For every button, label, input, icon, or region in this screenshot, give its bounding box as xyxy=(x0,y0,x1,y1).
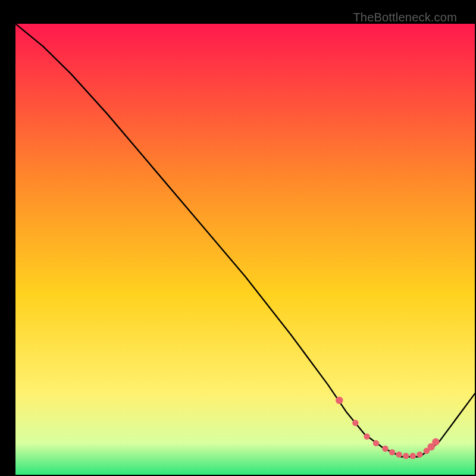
gradient-background xyxy=(15,24,475,475)
marker-dot xyxy=(396,452,402,458)
chart-frame: TheBottleneck.com xyxy=(7,7,469,469)
marker-dot xyxy=(352,420,358,426)
marker-dot xyxy=(389,449,395,455)
attribution-text: TheBottleneck.com xyxy=(353,11,457,24)
plot-area xyxy=(15,24,475,475)
marker-dot xyxy=(382,446,388,452)
marker-dot xyxy=(410,453,416,459)
marker-dot xyxy=(432,439,439,446)
marker-dot xyxy=(416,452,422,458)
bottleneck-chart xyxy=(15,24,475,475)
marker-dot xyxy=(364,433,369,439)
marker-dot xyxy=(336,397,343,404)
marker-dot xyxy=(403,453,409,459)
marker-dot xyxy=(373,440,379,446)
